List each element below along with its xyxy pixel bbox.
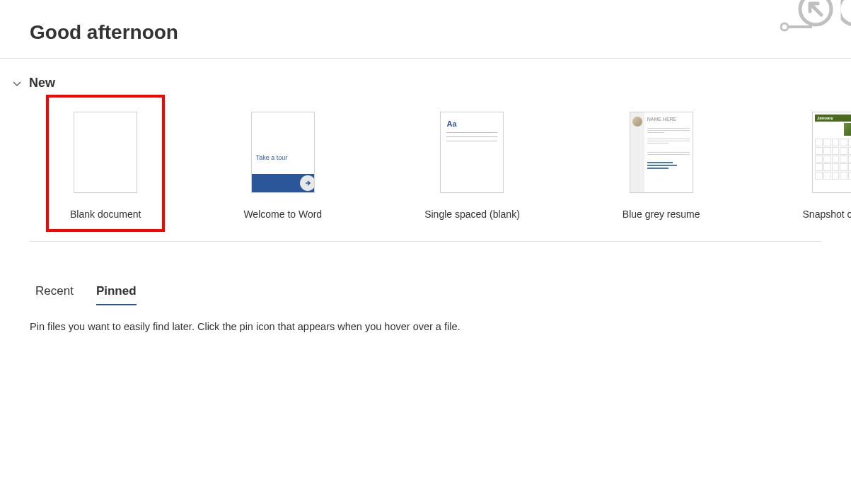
avatar-icon [632,117,642,127]
template-label: Snapshot calendar [803,209,851,220]
welcome-bar [252,174,314,192]
new-section-title: New [29,76,55,90]
tour-text: Take a tour [252,150,314,174]
resume-name: NAME HERE [647,117,690,122]
resume-sidebar [630,112,644,192]
tab-pinned[interactable]: Pinned [96,284,137,305]
cal-month: January [817,116,833,120]
cal-grid [815,139,851,180]
cal-header: January YEAR [815,115,851,122]
template-label: Blue grey resume [623,209,700,220]
template-label: Blank document [70,209,141,220]
chevron-down-icon [12,78,22,88]
svg-point-3 [839,0,851,25]
template-blue-grey-resume[interactable]: NAME HERE Blu [623,112,700,220]
file-tabs-section: Recent Pinned Pin files you want to easi… [0,242,851,332]
new-section-toggle[interactable]: New [12,76,821,90]
template-welcome-to-word[interactable]: Take a tour Welcome to Word [243,112,322,220]
templates-row: Blank document Take a tour Welcome to Wo… [30,112,821,242]
template-label: Welcome to Word [243,209,322,220]
tab-recent[interactable]: Recent [35,284,74,305]
template-thumbnail-single: Aa [440,112,504,193]
file-tabs: Recent Pinned [35,284,851,305]
resume-body: NAME HERE [644,112,693,192]
cal-image [844,123,851,136]
new-section: New Blank document Take a tour Welcome t… [0,59,851,242]
aa-text: Aa [446,119,497,128]
annotation-arrow-icon [780,0,851,35]
arrow-right-icon [300,175,315,191]
template-thumbnail-welcome: Take a tour [251,112,315,193]
template-thumbnail-calendar: January YEAR [812,112,851,193]
template-label: Single spaced (blank) [424,209,520,220]
template-blank-document[interactable]: Blank document [49,98,162,229]
template-single-spaced[interactable]: Aa Single spaced (blank) [424,112,520,220]
start-header: Good afternoon [0,0,851,59]
svg-point-1 [781,23,788,30]
pinned-empty-message: Pin files you want to easily find later.… [30,321,851,332]
greeting-text: Good afternoon [30,21,851,44]
template-thumbnail-blank [74,112,137,193]
template-snapshot-calendar[interactable]: January YEAR Snapshot calendar [803,112,851,220]
template-thumbnail-resume: NAME HERE [630,112,693,193]
